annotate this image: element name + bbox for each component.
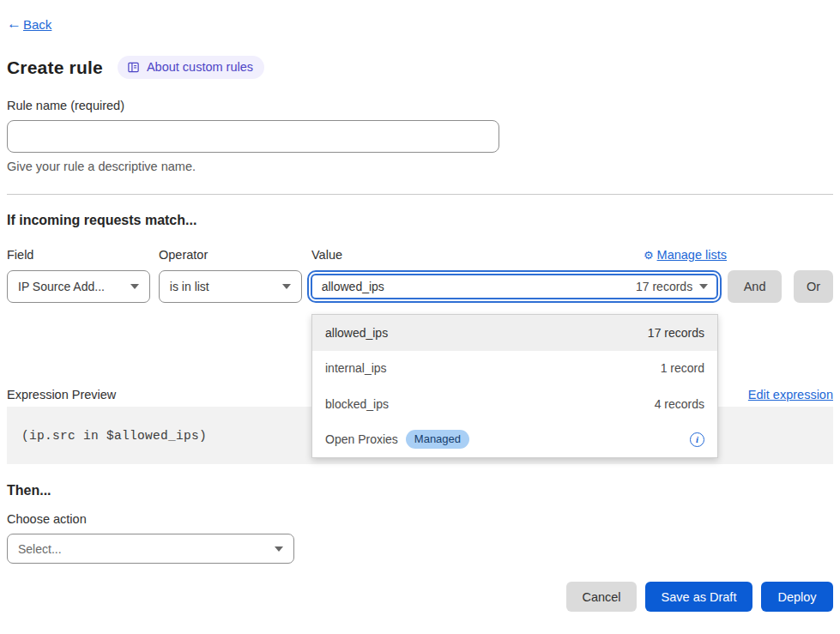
list-name: allowed_ips [325, 326, 388, 340]
value-select-records: 17 records [636, 280, 692, 293]
list-name: internal_ips [325, 361, 387, 375]
chevron-down-icon [130, 284, 139, 289]
condition-labels-row: Field Operator Value ⚙ Manage lists [7, 248, 833, 262]
value-select-focus-ring: allowed_ips 17 records [307, 270, 722, 303]
expression-code: (ip.src in $allowed_ips) [21, 429, 207, 443]
about-custom-rules-badge[interactable]: About custom rules [118, 56, 264, 79]
gear-icon: ⚙ [644, 249, 654, 262]
back-link[interactable]: ← Back [7, 15, 833, 33]
list-records: 17 records [648, 326, 704, 340]
save-as-draft-button[interactable]: Save as Draft [645, 582, 752, 612]
dropdown-item-allowed-ips[interactable]: allowed_ips 17 records [312, 315, 717, 351]
about-badge-label: About custom rules [147, 60, 253, 74]
page-title: Create rule [7, 57, 103, 78]
deploy-button[interactable]: Deploy [761, 582, 833, 612]
edit-expression-link[interactable]: Edit expression [748, 388, 833, 402]
section-divider [7, 194, 833, 195]
and-button[interactable]: And [728, 270, 782, 303]
book-icon [127, 61, 140, 74]
list-name: blocked_ips [325, 397, 389, 411]
list-records: 1 record [661, 361, 704, 375]
expression-preview-label: Expression Preview [7, 388, 116, 402]
dropdown-item-open-proxies[interactable]: Open Proxies Managed i [312, 422, 717, 458]
then-section-heading: Then... [7, 483, 833, 498]
action-select[interactable]: Select... [7, 534, 294, 564]
manage-lists-link[interactable]: ⚙ Manage lists [644, 248, 727, 262]
manage-lists-label[interactable]: Manage lists [657, 248, 727, 262]
list-dropdown-menu: allowed_ips 17 records internal_ips 1 re… [311, 314, 718, 458]
or-button[interactable]: Or [794, 270, 833, 303]
operator-select[interactable]: is in list [159, 270, 302, 303]
dropdown-item-blocked-ips[interactable]: blocked_ips 4 records [312, 386, 717, 422]
value-select-value: allowed_ips [322, 280, 384, 293]
footer-actions: Cancel Save as Draft Deploy [7, 582, 833, 612]
operator-label: Operator [159, 248, 311, 262]
value-select[interactable]: allowed_ips 17 records [311, 274, 718, 299]
rule-name-label: Rule name (required) [7, 99, 833, 112]
list-name: Open Proxies [325, 432, 398, 446]
create-rule-page: ← Back Create rule About custom rules Ru… [0, 0, 840, 634]
value-label: Value [311, 248, 342, 262]
operator-select-value: is in list [170, 280, 209, 293]
field-select-value: IP Source Add... [18, 280, 105, 293]
chevron-down-icon [282, 284, 291, 289]
dropdown-item-internal-ips[interactable]: internal_ips 1 record [312, 351, 717, 387]
chevron-down-icon [699, 284, 708, 289]
rule-name-input[interactable] [7, 120, 499, 153]
cancel-button[interactable]: Cancel [566, 582, 637, 612]
choose-action-label: Choose action [7, 512, 833, 526]
info-icon[interactable]: i [690, 432, 704, 447]
action-select-placeholder: Select... [18, 542, 62, 556]
field-label: Field [7, 248, 159, 262]
condition-controls-row: IP Source Add... is in list allowed_ips … [7, 270, 833, 303]
back-arrow-icon: ← [7, 15, 21, 33]
list-records: 4 records [655, 397, 704, 411]
chevron-down-icon [275, 546, 283, 552]
back-link-label[interactable]: Back [23, 17, 51, 32]
rule-name-helper: Give your rule a descriptive name. [7, 160, 833, 173]
field-select[interactable]: IP Source Add... [7, 270, 150, 303]
match-section-heading: If incoming requests match... [7, 213, 833, 228]
managed-badge: Managed [406, 430, 469, 449]
title-row: Create rule About custom rules [7, 56, 833, 79]
